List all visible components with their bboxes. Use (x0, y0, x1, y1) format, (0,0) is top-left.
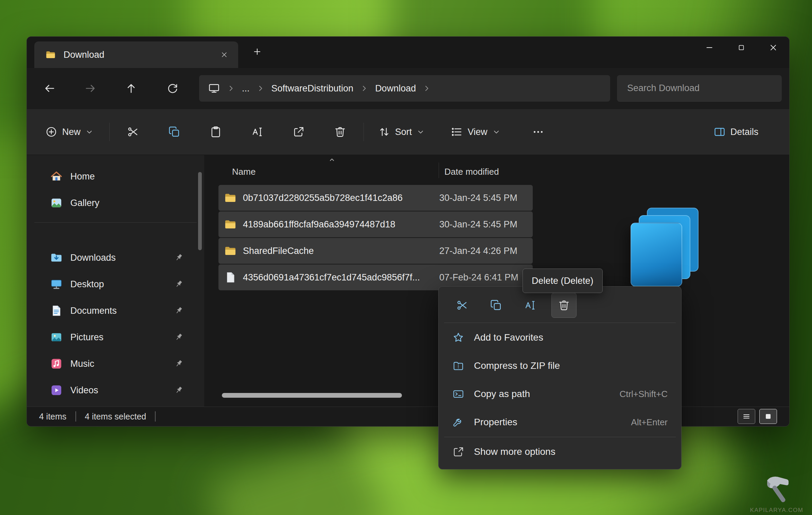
sidebar-item-downloads[interactable]: Downloads (32, 244, 199, 271)
tab-title: Download (64, 50, 209, 60)
sidebar-item-music[interactable]: Music (32, 350, 199, 377)
file-date-modified: 30-Jan-24 5:45 PM (439, 219, 517, 230)
refresh-button[interactable] (162, 78, 183, 99)
sidebar-item-label: Downloads (70, 253, 116, 263)
up-arrow-icon (125, 82, 137, 95)
watermark: KAPILARYA.COM (749, 471, 804, 514)
details-pane-button[interactable]: Details (700, 118, 772, 146)
tab-close-button[interactable] (216, 47, 232, 63)
rename-menu-button[interactable] (517, 293, 543, 318)
back-button[interactable] (39, 78, 60, 99)
minimize-button[interactable] (693, 37, 725, 58)
thumbnail-view-icon (764, 412, 772, 420)
sort-button[interactable]: Sort (372, 118, 431, 146)
pin-icon (174, 306, 184, 316)
downloads-icon (50, 251, 63, 264)
sidebar-item-desktop[interactable]: Desktop (32, 271, 199, 297)
paste-button[interactable] (201, 118, 230, 146)
new-tab-button[interactable] (248, 42, 267, 61)
plus-icon (252, 47, 262, 56)
rename-button[interactable] (243, 118, 272, 146)
cut-button[interactable] (118, 118, 147, 146)
delete-button[interactable] (325, 118, 355, 146)
column-header-date-modified[interactable]: Date modified (444, 167, 499, 177)
forward-button[interactable] (80, 78, 101, 99)
trash-icon (334, 126, 346, 138)
breadcrumb-segment-softwaredistribution[interactable]: SoftwareDistribution (271, 83, 354, 94)
sort-icon (378, 126, 390, 138)
sidebar-item-documents[interactable]: Documents (32, 297, 199, 324)
menu-item-label: Compress to ZIP file (474, 360, 560, 371)
cut-menu-button[interactable] (449, 293, 475, 318)
search-input[interactable] (617, 75, 782, 102)
copy-menu-button[interactable] (483, 293, 509, 318)
sidebar-item-label: Videos (70, 385, 98, 396)
breadcrumb[interactable]: ... SoftwareDistribution Download (199, 75, 610, 102)
documents-icon (50, 304, 63, 317)
plus-circle-icon (45, 126, 57, 138)
sidebar-item-label: Pictures (70, 332, 104, 343)
column-divider[interactable] (439, 162, 439, 178)
wrench-icon (452, 416, 464, 428)
navigation-pane: Home Gallery Downloads Desktop (27, 155, 204, 407)
open-external-icon (452, 446, 464, 458)
sidebar-item-label: Desktop (70, 279, 104, 290)
desktop-icon (50, 278, 63, 291)
maximize-button[interactable] (725, 37, 757, 58)
watermark-text: KAPILARYA.COM (749, 507, 804, 514)
table-row[interactable]: 4189ab661ff8cfaf9a6a394974487d18 30-Jan-… (218, 211, 533, 237)
menu-item-label: Copy as path (474, 389, 530, 399)
new-button-label: New (62, 127, 81, 137)
menu-item-shortcut: Ctrl+Shift+C (619, 389, 668, 399)
menu-item-show-more-options[interactable]: Show more options (443, 438, 677, 465)
tab-download[interactable]: Download (34, 41, 238, 68)
menu-item-shortcut: Alt+Enter (631, 417, 668, 428)
copy-button[interactable] (160, 118, 189, 146)
menu-item-add-to-favorites[interactable]: Add to Favorites (443, 324, 677, 351)
chevron-down-icon (85, 128, 93, 136)
chevron-down-icon (417, 128, 425, 136)
sidebar-item-pictures[interactable]: Pictures (32, 324, 199, 350)
zip-icon (452, 360, 464, 372)
delete-menu-button[interactable] (551, 293, 577, 318)
chevron-down-icon (492, 128, 500, 136)
table-row[interactable]: 0b71037d2280255a5b728ec1f41c2a86 30-Jan-… (218, 185, 533, 211)
sidebar-item-label: Music (70, 359, 94, 369)
selection-count: 4 items selected (85, 412, 146, 422)
view-button[interactable]: View (444, 118, 507, 146)
up-button[interactable] (121, 78, 141, 99)
new-button[interactable]: New (37, 118, 102, 146)
sidebar-item-label: Home (70, 171, 95, 182)
close-button[interactable] (757, 37, 789, 58)
sidebar-item-videos[interactable]: Videos (32, 377, 199, 404)
file-name: SharedFileCache (243, 246, 314, 256)
ellipsis-icon (532, 126, 544, 138)
sidebar-item-gallery[interactable]: Gallery (32, 190, 199, 216)
menu-item-label: Add to Favorites (474, 332, 543, 343)
desktop: Download (0, 0, 812, 515)
breadcrumb-segment-download[interactable]: Download (375, 83, 416, 94)
menu-item-properties[interactable]: Properties Alt+Enter (443, 409, 677, 436)
details-button-label: Details (730, 127, 759, 137)
close-icon (220, 51, 228, 59)
menu-item-compress-to-zip[interactable]: Compress to ZIP file (443, 352, 677, 379)
path-icon (452, 388, 464, 400)
chevron-right-icon (360, 84, 368, 92)
copy-icon (168, 126, 180, 138)
sidebar-scrollbar[interactable] (198, 172, 202, 250)
view-toggles (738, 409, 777, 424)
horizontal-scrollbar[interactable] (222, 393, 402, 398)
menu-item-copy-as-path[interactable]: Copy as path Ctrl+Shift+C (443, 380, 677, 408)
see-more-button[interactable] (524, 118, 553, 146)
titlebar[interactable]: Download (27, 37, 789, 68)
breadcrumb-ellipsis[interactable]: ... (242, 83, 250, 94)
chevron-right-icon (423, 84, 431, 92)
column-header-name[interactable]: Name (232, 167, 255, 177)
file-icon (224, 271, 237, 284)
large-icons-view-toggle[interactable] (759, 409, 777, 424)
table-row[interactable]: SharedFileCache 27-Jan-24 4:26 PM (218, 238, 533, 264)
pin-icon (174, 279, 184, 289)
share-button[interactable] (284, 118, 313, 146)
sidebar-item-home[interactable]: Home (32, 163, 199, 190)
details-view-toggle[interactable] (738, 409, 755, 424)
